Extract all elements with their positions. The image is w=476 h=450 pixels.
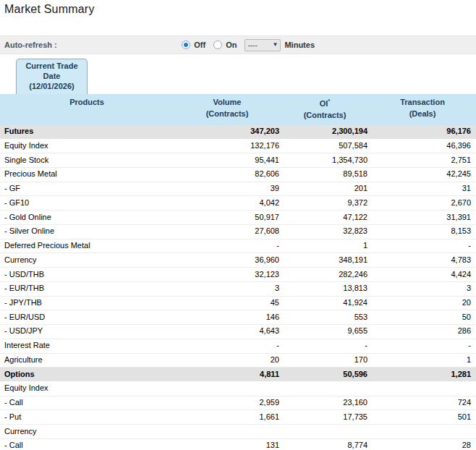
row-deals: 20 bbox=[369, 297, 476, 310]
row-label: Equity Index bbox=[0, 140, 174, 153]
row-label: Currency bbox=[0, 253, 174, 267]
row-volume: 82,606 bbox=[174, 168, 281, 182]
autorefresh-on-radio[interactable] bbox=[213, 41, 222, 49]
row-label: - EUR/USD bbox=[0, 310, 174, 324]
table-row: - Silver Online27,60832,8238,153 bbox=[0, 225, 476, 239]
row-label: Options bbox=[0, 368, 174, 381]
autorefresh-bar: Auto-refresh : Off On ---- ▼ Minutes bbox=[0, 35, 476, 54]
row-volume: 2,959 bbox=[174, 396, 281, 410]
autorefresh-label: Auto-refresh : bbox=[4, 41, 57, 49]
row-oi: 8,774 bbox=[281, 439, 369, 450]
row-label: - Put bbox=[0, 410, 174, 424]
row-oi bbox=[281, 387, 369, 391]
row-label: Interest Rate bbox=[0, 339, 174, 353]
row-oi: 1,354,730 bbox=[281, 153, 369, 167]
table-row: - GF3920131 bbox=[0, 182, 476, 197]
table-row: - EUR/THB313,8133 bbox=[0, 282, 476, 297]
row-volume bbox=[174, 387, 281, 391]
row-label: Currency bbox=[0, 425, 174, 438]
row-volume: 347,203 bbox=[174, 125, 281, 139]
row-deals: 501 bbox=[369, 410, 476, 424]
row-volume: 95,441 bbox=[174, 153, 281, 167]
row-oi: 41,924 bbox=[281, 297, 369, 310]
row-oi: 50,596 bbox=[281, 368, 369, 381]
row-oi: 348,191 bbox=[281, 253, 369, 267]
table-row: Agriculture201701 bbox=[0, 354, 476, 368]
table-row: - Call1318,77428 bbox=[0, 439, 476, 450]
row-label: Agriculture bbox=[0, 354, 174, 368]
row-volume: 4,042 bbox=[174, 196, 281, 210]
row-deals: 46,396 bbox=[369, 140, 476, 153]
row-deals: 724 bbox=[369, 396, 476, 410]
row-deals bbox=[369, 430, 476, 433]
row-volume: 131 bbox=[174, 439, 281, 450]
tab-current-trade-date[interactable]: Current Trade Date (12/01/2026) bbox=[16, 59, 88, 94]
row-oi: 553 bbox=[281, 310, 369, 324]
row-deals: 96,176 bbox=[369, 125, 476, 139]
row-label: - EUR/THB bbox=[0, 282, 174, 296]
table-row: Precious Metal82,60689,51842,245 bbox=[0, 168, 476, 182]
row-label: - USD/JPY bbox=[0, 325, 174, 339]
minutes-select-value: ---- bbox=[247, 41, 257, 49]
page-title: Market Summary bbox=[0, 0, 476, 16]
row-oi: 17,735 bbox=[281, 410, 369, 424]
row-deals: 50 bbox=[369, 310, 476, 324]
row-deals: 42,245 bbox=[369, 168, 476, 182]
row-volume: 4,643 bbox=[174, 325, 281, 339]
column-header-transaction: Transaction (Deals) bbox=[369, 94, 476, 125]
row-volume: 132,176 bbox=[174, 140, 281, 153]
row-deals: 8,153 bbox=[369, 225, 476, 239]
row-volume: 4,811 bbox=[174, 368, 281, 381]
row-oi: 32,823 bbox=[281, 225, 369, 239]
autorefresh-on-label: On bbox=[226, 41, 237, 49]
table-row: Equity Index bbox=[0, 382, 476, 396]
table-row: Futures347,2032,300,19496,176 bbox=[0, 125, 476, 140]
row-deals: 28 bbox=[369, 439, 476, 450]
table-row: Equity Index132,176507,58446,396 bbox=[0, 140, 476, 154]
row-deals: 4,424 bbox=[369, 268, 476, 281]
row-label: - Call bbox=[0, 396, 174, 410]
row-oi bbox=[281, 430, 369, 433]
row-label: - GF10 bbox=[0, 196, 174, 210]
row-deals: - bbox=[369, 339, 476, 353]
row-volume: 32,123 bbox=[174, 268, 281, 281]
row-volume: 50,917 bbox=[174, 211, 281, 224]
row-volume: 36,960 bbox=[174, 253, 281, 267]
table-row: - JPY/THB4541,92420 bbox=[0, 297, 476, 311]
autorefresh-controls: Off On ---- ▼ Minutes bbox=[182, 39, 315, 51]
table-row: - GF104,0429,3722,670 bbox=[0, 196, 476, 211]
table-row: - USD/THB32,123282,2464,424 bbox=[0, 268, 476, 282]
row-label: - Gold Online bbox=[0, 211, 174, 224]
row-oi: 13,813 bbox=[281, 282, 369, 296]
row-volume: 1,661 bbox=[174, 410, 281, 424]
column-header-oi: OI* (Contracts) bbox=[281, 94, 369, 125]
autorefresh-off-radio[interactable] bbox=[182, 41, 190, 49]
minutes-select[interactable]: ---- ▼ bbox=[245, 39, 281, 51]
table-row: - Call2,95923,160724 bbox=[0, 396, 476, 411]
row-oi: 1 bbox=[281, 239, 369, 253]
row-deals: 1,281 bbox=[369, 368, 476, 381]
table-row: Currency36,960348,1914,783 bbox=[0, 253, 476, 268]
row-label: - Silver Online bbox=[0, 225, 174, 239]
row-deals: 2,670 bbox=[369, 196, 476, 210]
row-label: - JPY/THB bbox=[0, 297, 174, 310]
row-label: Precious Metal bbox=[0, 168, 174, 182]
row-volume bbox=[174, 430, 281, 433]
row-volume: 39 bbox=[174, 182, 281, 196]
row-oi: 507,584 bbox=[281, 140, 369, 153]
table-row: Deferred Precious Metal-1- bbox=[0, 239, 476, 254]
row-volume: 45 bbox=[174, 297, 281, 310]
table-row: Single Stock95,4411,354,7302,751 bbox=[0, 153, 476, 168]
row-volume: 146 bbox=[174, 310, 281, 324]
row-volume: 27,608 bbox=[174, 225, 281, 239]
row-label: - USD/THB bbox=[0, 268, 174, 281]
table-row: - Gold Online50,91747,12231,391 bbox=[0, 211, 476, 225]
market-table-body: Futures347,2032,300,19496,176Equity Inde… bbox=[0, 125, 476, 450]
row-label: Futures bbox=[0, 125, 174, 139]
row-oi: 89,518 bbox=[281, 168, 369, 182]
table-row: - Put1,66117,735501 bbox=[0, 410, 476, 425]
row-label: - GF bbox=[0, 182, 174, 196]
row-oi: 282,246 bbox=[281, 268, 369, 281]
row-deals: 3 bbox=[369, 282, 476, 296]
row-deals: 2,751 bbox=[369, 153, 476, 167]
